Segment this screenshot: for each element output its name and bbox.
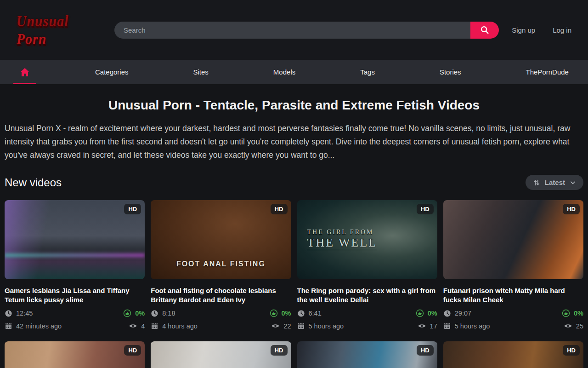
hd-badge: HD: [563, 345, 580, 356]
views-stat: 25: [564, 322, 583, 330]
rating-stat: 0%: [562, 309, 583, 317]
video-card[interactable]: FOOT ANAL FISTING HD Foot anal fisting o…: [151, 200, 291, 330]
video-grid: HD Gamers lesbians Jia Lissa and Tiffany…: [5, 200, 583, 330]
hd-badge: HD: [417, 345, 434, 356]
home-icon: [19, 67, 30, 78]
video-stats: 29:07 0% 5 hours ago: [443, 309, 583, 330]
rating-stat: 0%: [123, 309, 145, 317]
video-card[interactable]: HD: [151, 341, 291, 368]
video-title[interactable]: Futanari prison witch Matty Mila hard fu…: [443, 286, 583, 305]
video-card[interactable]: HD Futanari prison witch Matty Mila hard…: [443, 200, 583, 330]
video-thumbnail[interactable]: HD: [5, 200, 145, 279]
video-stats: 12:45 0% 42 minutes ago: [5, 309, 145, 330]
video-title[interactable]: Gamers lesbians Jia Lissa and Tiffany Te…: [5, 286, 145, 305]
eye-icon: [564, 322, 572, 330]
calendar-icon: [5, 322, 12, 330]
calendar-icon: [443, 322, 451, 330]
poster-text: THE GIRL FROM THE WELL: [307, 229, 378, 250]
video-thumbnail[interactable]: HD: [5, 341, 145, 368]
section-header: New videos Latest: [5, 175, 583, 190]
nav-item-tags[interactable]: Tags: [348, 60, 387, 84]
video-title[interactable]: Foot anal fisting of chocolate lesbians …: [151, 286, 291, 305]
video-thumbnail[interactable]: HD: [443, 200, 583, 279]
nav-item-sites[interactable]: Sites: [181, 60, 220, 84]
video-thumbnail[interactable]: THE GIRL FROM THE WELL 4K HD: [297, 200, 437, 279]
signup-link[interactable]: Sign up: [512, 26, 535, 34]
age-stat: 5 hours ago: [443, 322, 490, 330]
video-card[interactable]: HD: [443, 341, 583, 368]
clock-icon: [5, 310, 12, 317]
search-input[interactable]: [114, 22, 470, 39]
video-card[interactable]: HD: [297, 341, 437, 368]
nav-item-models[interactable]: Models: [261, 60, 307, 84]
calendar-icon: [297, 322, 305, 330]
duration-stat: 12:45: [5, 310, 33, 317]
nav-item-theporndude[interactable]: ThePornDude: [514, 60, 581, 84]
duration-stat: 8:18: [151, 310, 175, 317]
thumbs-up-icon: [562, 309, 570, 317]
age-stat: 42 minutes ago: [5, 322, 62, 330]
clock-icon: [151, 310, 158, 317]
nav-item-stories[interactable]: Stories: [428, 60, 473, 84]
header: Unusual Porn Sign up Log in: [0, 0, 588, 60]
search-icon: [480, 25, 490, 35]
thumbs-up-icon: [270, 309, 278, 317]
auth-links: Sign up Log in: [512, 26, 571, 34]
site-logo[interactable]: Unusual Porn: [17, 12, 102, 48]
sort-label: Latest: [545, 178, 565, 186]
clock-icon: [443, 310, 451, 317]
section-heading: New videos: [5, 176, 62, 189]
hd-badge: HD: [124, 345, 141, 356]
search-button[interactable]: [470, 22, 499, 39]
age-stat: 5 hours ago: [297, 322, 344, 330]
page-description: Unusual Porn X - realm of excitement whe…: [5, 122, 583, 162]
clock-icon: [297, 310, 305, 317]
hd-badge: HD: [417, 204, 434, 214]
video-grid-next-row: HD HD HD HD: [5, 341, 583, 368]
hd-badge: HD: [563, 204, 580, 214]
video-thumbnail[interactable]: HD: [297, 341, 437, 368]
hd-badge: HD: [271, 204, 288, 214]
rating-stat: 0%: [270, 309, 291, 317]
thumbs-up-icon: [416, 309, 424, 317]
thumbs-up-icon: [123, 309, 131, 317]
age-stat: 4 hours ago: [151, 322, 198, 330]
video-thumbnail[interactable]: HD: [443, 341, 583, 368]
sort-dropdown[interactable]: Latest: [526, 175, 583, 190]
video-title[interactable]: The Ring porn parody: sex with a girl fr…: [297, 286, 437, 305]
eye-icon: [129, 322, 137, 330]
rating-stat: 0%: [416, 309, 437, 317]
video-stats: 6:41 0% 5 hours ago: [297, 309, 437, 330]
logo-text: Unusual: [17, 12, 69, 29]
search-bar: [114, 22, 499, 39]
video-stats: 8:18 0% 4 hours ago: [151, 309, 291, 330]
eye-icon: [418, 322, 426, 330]
video-card[interactable]: HD Gamers lesbians Jia Lissa and Tiffany…: [5, 200, 145, 330]
video-card[interactable]: HD: [5, 341, 145, 368]
views-stat: 22: [271, 322, 291, 330]
duration-stat: 29:07: [443, 310, 471, 317]
video-thumbnail[interactable]: HD: [151, 341, 291, 368]
hd-badge: HD: [124, 204, 141, 214]
chevron-down-icon: [570, 179, 576, 186]
page-title: Unusual Porn - Tentacle, Parasite and Ex…: [0, 98, 588, 113]
views-stat: 17: [418, 322, 437, 330]
eye-icon: [271, 322, 280, 330]
nav-item-home[interactable]: [7, 60, 42, 84]
sort-arrows-icon: [533, 179, 540, 186]
video-thumbnail[interactable]: FOOT ANAL FISTING HD: [151, 200, 291, 279]
logo-text-2: Porn: [17, 30, 47, 47]
login-link[interactable]: Log in: [553, 26, 571, 34]
thumbnail-caption: FOOT ANAL FISTING: [151, 260, 291, 268]
main-nav: Categories Sites Models Tags Stories The…: [0, 60, 588, 84]
nav-item-categories[interactable]: Categories: [83, 60, 141, 84]
hd-badge: HD: [271, 345, 288, 356]
duration-stat: 6:41: [297, 310, 322, 317]
video-card[interactable]: THE GIRL FROM THE WELL 4K HD The Ring po…: [297, 200, 437, 330]
calendar-icon: [151, 322, 158, 330]
views-stat: 4: [129, 322, 145, 330]
